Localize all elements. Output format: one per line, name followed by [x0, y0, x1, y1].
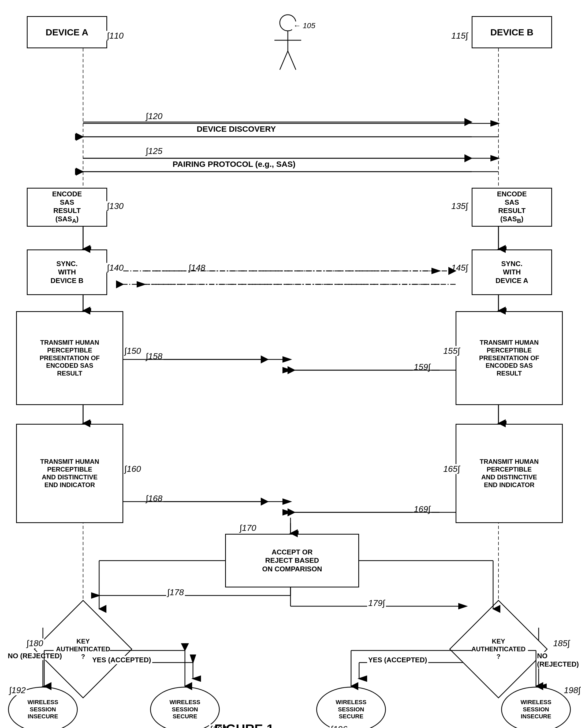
key-auth-a-diamond: KEYAUTHENTICATED? — [27, 609, 139, 690]
diagram: DEVICE A ∫110 DEVICE B 115∫ ← 105 ∫120 — [0, 0, 581, 728]
svg-line-39 — [288, 51, 296, 70]
ref-110: ∫110 — [106, 31, 124, 41]
ref-130: ∫130 — [106, 201, 124, 211]
ref-179: 179∫ — [367, 598, 386, 608]
svg-line-38 — [280, 51, 288, 70]
transmit-end-a-box: TRANSMIT HUMANPERCEPTIBLEAND DISTINCTIVE… — [16, 424, 123, 523]
accept-reject-box: ACCEPT ORREJECT BASEDON COMPARISON — [225, 534, 359, 588]
figure-label: FIGURE 1 — [214, 722, 274, 728]
device-a-box: DEVICE A — [27, 16, 107, 48]
yes-accepted-b-label: YES (ACCEPTED) — [367, 656, 428, 664]
ref-125: ∫125 — [145, 146, 164, 156]
ref-159: 159∫ — [413, 362, 432, 372]
encode-sas-b-box: ENCODESASRESULT(SASB) — [472, 188, 552, 227]
ref-165: 165∫ — [442, 464, 461, 474]
ref-178: ∫178 — [166, 588, 185, 597]
ref-105: ← 105 — [292, 22, 316, 30]
transmit-end-b-box: TRANSMIT HUMANPERCEPTIBLEAND DISTINCTIVE… — [455, 424, 563, 523]
ref-185: 185∫ — [552, 639, 571, 648]
ref-160: ∫160 — [123, 464, 142, 474]
ref-180: ∫180 — [25, 639, 44, 648]
no-rejected-a-label: NO (REJECTED) — [7, 652, 63, 660]
ref-192: ∫192 — [8, 685, 27, 695]
ref-158: ∫158 — [145, 352, 164, 361]
ref-198: 198∫ — [563, 685, 581, 695]
ref-140: ∫140 — [106, 263, 124, 273]
ref-148: ∫148 — [188, 263, 206, 273]
ref-170: ∫170 — [239, 523, 257, 533]
no-rejected-b-label: NO (REJECTED) — [536, 652, 581, 669]
ref-150: ∫150 — [123, 346, 142, 356]
key-auth-b-diamond: KEYAUTHENTICATED? — [442, 609, 555, 690]
transmit-present-b-box: TRANSMIT HUMANPERCEPTIBLEPRESENTATION OF… — [455, 311, 563, 405]
transmit-present-a-box: TRANSMIT HUMANPERCEPTIBLEPRESENTATION OF… — [16, 311, 123, 405]
device-b-box: DEVICE B — [472, 16, 552, 48]
wireless-secure-b-oval: WIRELESSSESSIONSECURE — [316, 687, 386, 728]
ref-120: ∫120 — [145, 111, 164, 121]
ref-155: 155∫ — [442, 346, 461, 356]
ref-196: ∫196 — [330, 724, 349, 728]
sync-with-a-box: SYNC.WITHDEVICE A — [472, 250, 552, 295]
ref-115: 115∫ — [450, 31, 469, 41]
ref-145: 145∫ — [450, 263, 469, 273]
ref-135: 135∫ — [450, 201, 469, 211]
ref-168: ∫168 — [145, 494, 164, 503]
device-discovery-label: DEVICE DISCOVERY — [196, 125, 277, 134]
ref-169: 169∫ — [413, 504, 432, 514]
wireless-secure-a-oval: WIRELESSSESSIONSECURE — [150, 687, 220, 728]
wireless-insecure-b-oval: WIRELESSSESSIONINSECURE — [501, 687, 571, 728]
pairing-protocol-label: PAIRING PROTOCOL (e.g., SAS) — [171, 160, 296, 169]
encode-sas-a-box: ENCODESASRESULT(SASA) — [27, 188, 107, 227]
sync-with-b-box: SYNC.WITHDEVICE B — [27, 250, 107, 295]
